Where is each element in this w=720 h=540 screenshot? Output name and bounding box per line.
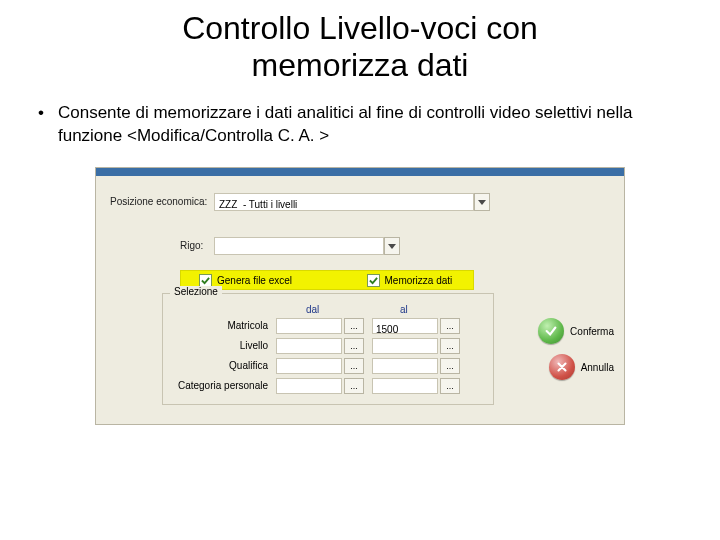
annulla-label: Annulla xyxy=(581,362,614,373)
memo-checkbox[interactable]: Memorizza dati xyxy=(367,274,453,287)
cancel-circle-icon xyxy=(549,354,575,380)
categoria-dal-field[interactable] xyxy=(276,378,342,394)
qualifica-al-field[interactable] xyxy=(372,358,438,374)
qualifica-dal-browse-button[interactable]: ... xyxy=(344,358,364,374)
posizione-field[interactable] xyxy=(214,193,474,211)
bullet-text: Consente di memorizzare i dati analitici… xyxy=(58,102,690,148)
posizione-label: Posizione economica: xyxy=(110,196,207,207)
window-titlebar-fragment xyxy=(96,168,624,176)
rigo-field[interactable] xyxy=(214,237,384,255)
app-screenshot: Posizione economica: Rigo: Genera file e… xyxy=(95,167,625,425)
rigo-label: Rigo: xyxy=(180,240,203,251)
posizione-dropdown-button[interactable] xyxy=(474,193,490,211)
livello-dal-field[interactable] xyxy=(276,338,342,354)
livello-al-field[interactable] xyxy=(372,338,438,354)
excel-checkbox-label: Genera file excel xyxy=(217,275,292,286)
matricola-dal-field[interactable] xyxy=(276,318,342,334)
qualifica-dal-field[interactable] xyxy=(276,358,342,374)
categoria-al-field[interactable] xyxy=(372,378,438,394)
livello-dal-browse-button[interactable]: ... xyxy=(344,338,364,354)
bullet-item: • Consente di memorizzare i dati analiti… xyxy=(38,102,690,148)
annulla-button[interactable]: Annulla xyxy=(549,354,614,380)
categoria-al-browse-button[interactable]: ... xyxy=(440,378,460,394)
posizione-input[interactable] xyxy=(215,197,481,213)
checkbox-box-icon xyxy=(367,274,380,287)
conferma-button[interactable]: Conferma xyxy=(538,318,614,344)
matricola-al-browse-button[interactable]: ... xyxy=(440,318,460,334)
highlight-bar: Genera file excel Memorizza dati xyxy=(180,270,474,290)
col-al: al xyxy=(400,304,408,315)
row-livello-label: Livello xyxy=(186,340,268,351)
check-circle-icon xyxy=(538,318,564,344)
col-dal: dal xyxy=(306,304,319,315)
bullet-dot: • xyxy=(38,102,44,125)
matricola-dal-browse-button[interactable]: ... xyxy=(344,318,364,334)
qualifica-al-browse-button[interactable]: ... xyxy=(440,358,460,374)
selezione-panel-title: Selezione xyxy=(170,286,222,297)
row-categoria-label: Categoria personale xyxy=(172,380,268,391)
categoria-dal-browse-button[interactable]: ... xyxy=(344,378,364,394)
conferma-label: Conferma xyxy=(570,326,614,337)
memo-checkbox-label: Memorizza dati xyxy=(385,275,453,286)
row-qualifica-label: Qualifica xyxy=(186,360,268,371)
row-matricola-label: Matricola xyxy=(186,320,268,331)
rigo-dropdown-button[interactable] xyxy=(384,237,400,255)
matricola-al-field[interactable] xyxy=(372,318,438,334)
rigo-input[interactable] xyxy=(215,241,391,257)
slide-title: Controllo Livello-voci conmemorizza dati xyxy=(30,10,690,84)
livello-al-browse-button[interactable]: ... xyxy=(440,338,460,354)
